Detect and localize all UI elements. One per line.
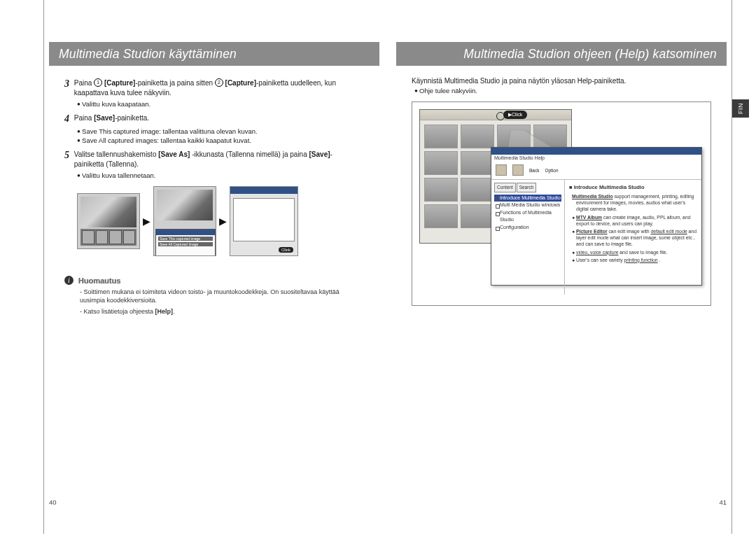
screenshot-help-window: Multimedia Studio Help Back Option Conte… <box>491 147 702 286</box>
step-3: 3 Paina 1 [Capture]-painiketta ja paina … <box>64 78 364 97</box>
spine-left <box>43 0 44 534</box>
step-num-3: 3 <box>64 78 69 90</box>
tab-search: Search <box>517 183 537 192</box>
help-text: ■ Introduce Multimedia Studio Multimedia… <box>565 180 701 295</box>
help-back: Back <box>529 168 539 173</box>
tab-content: Content <box>494 183 516 192</box>
figure-row: ▶ Save This captured image Save All Capt… <box>77 186 364 256</box>
note-title: Huomautus <box>78 276 121 285</box>
t: [Capture] <box>104 79 135 87</box>
t: default edit mode <box>651 229 687 234</box>
step4-b1: Save This captured image: tallentaa vali… <box>77 127 364 135</box>
arrow-icon: ▶ <box>143 216 150 227</box>
step4-b2: Save All captured images: tallentaa kaik… <box>77 136 364 144</box>
right-header: Multimedia Studion ohjeen (Help) katsomi… <box>396 42 727 66</box>
right-page: Multimedia Studion ohjeen (Help) katsomi… <box>396 42 727 492</box>
t: -painiketta ja paina sitten <box>135 79 214 87</box>
t: [Help] <box>155 308 174 315</box>
step5-body: Valitse tallennushakemisto [Save As] -ik… <box>74 150 340 169</box>
left-page: Multimedia Studion käyttäminen 3 Paina 1… <box>49 42 379 492</box>
t: -ikkunasta (Tallenna nimellä) ja paina <box>190 150 309 158</box>
t: - Katso lisätietoja ohjeesta <box>80 308 155 315</box>
step3-body: Paina 1 [Capture]-painiketta ja paina si… <box>74 78 340 97</box>
circled-2-icon: 2 <box>215 78 223 87</box>
click-badge-icon: Click <box>279 247 293 253</box>
t: User's can see variety <box>576 258 624 262</box>
t: Picture Editor <box>576 229 608 234</box>
popup-line2: Save All Captured Image <box>158 242 213 246</box>
right-intro: Käynnistä Multimedia Studio ja paina näy… <box>412 77 711 85</box>
page-number-right: 41 <box>719 498 727 506</box>
page-number-left: 40 <box>49 498 57 506</box>
header-tick <box>393 46 396 62</box>
right-title: Multimedia Studion ohjeen (Help) katsomi… <box>463 47 717 62</box>
note-line1: - Soittimen mukana ei toimiteta videon t… <box>80 288 364 304</box>
left-content: 3 Paina 1 [Capture]-painiketta ja paina … <box>49 66 379 316</box>
t: -painiketta. <box>115 114 149 122</box>
help-toolbar: Back Option <box>491 161 701 180</box>
help-window-title: Multimedia Studio Help <box>491 155 701 161</box>
t: [Save As] <box>158 150 190 158</box>
t: . <box>173 308 175 315</box>
t: and save to image file. <box>618 250 667 255</box>
t: [Save] <box>309 150 330 158</box>
step-5: 5 Valitse tallennushakemisto [Save As] -… <box>64 150 364 169</box>
t: can edit image with <box>608 229 651 234</box>
step-num-5: 5 <box>64 150 69 161</box>
note-line2: - Katso lisätietoja ohjeesta [Help]. <box>80 307 364 316</box>
note-block: i Huomautus - Soittimen mukana ei toimit… <box>64 276 364 316</box>
spine-right <box>732 0 732 534</box>
click-badge-icon: ▶Click <box>503 111 527 119</box>
figure-thumb-1 <box>77 193 140 249</box>
header-tick <box>379 46 382 62</box>
t: printing function <box>624 258 658 262</box>
tree-node-2: Multi Media Studio windows <box>494 202 561 209</box>
tree-node-1: Introduce Multimedia Studio <box>494 195 561 202</box>
figure-thumb-2: Save This captured image Save All Captur… <box>153 186 216 256</box>
step-4: 4 Paina [Save]-painiketta. <box>64 113 364 125</box>
right-content: Käynnistä Multimedia Studio ja paina näy… <box>396 66 727 306</box>
screenshot-frame: ▶Click Multimedia Studio Help Back Optio… <box>412 101 711 306</box>
t: Paina <box>74 114 94 122</box>
t: video, voice capture <box>576 250 618 255</box>
t: MTV Album <box>576 215 602 220</box>
t: Paina <box>74 79 94 87</box>
right-bullet: Ohje tulee näkyviin. <box>414 87 711 94</box>
t: Multimedia Studio <box>572 194 613 199</box>
help-tree: Content Search Introduce Multimedia Stud… <box>491 180 565 295</box>
fin-tab: FIN <box>732 99 749 118</box>
tree-node-3: Functions of Multimedia Studio <box>494 209 561 224</box>
toolbar-btn <box>496 164 507 176</box>
fin-label: FIN <box>737 103 744 114</box>
t: Valitse tallennushakemisto <box>74 150 158 158</box>
note-icon: i <box>64 276 74 285</box>
t: [Save] <box>94 114 115 122</box>
figure-thumb-3: Click <box>230 186 298 256</box>
left-header: Multimedia Studion käyttäminen <box>49 42 379 66</box>
help-titlebar <box>491 148 701 155</box>
step4-body: Paina [Save]-painiketta. <box>74 113 340 123</box>
circled-1-icon: 1 <box>94 78 102 87</box>
step5-bullet: Valittu kuva tallennetaan. <box>77 171 364 179</box>
step3-bullet: Valittu kuva kaapataan. <box>77 100 364 108</box>
save-popup: Save This captured image Save All Captur… <box>155 229 216 256</box>
left-title: Multimedia Studion käyttäminen <box>59 47 237 62</box>
t: Click <box>512 112 522 117</box>
arrow-icon: ▶ <box>219 216 227 227</box>
tree-node-4: Configuration <box>494 224 561 232</box>
t: [Capture] <box>225 79 256 87</box>
toolbar-btn <box>512 164 524 176</box>
help-body: Content Search Introduce Multimedia Stud… <box>491 180 701 295</box>
popup-line1: Save This captured image <box>158 237 213 241</box>
step-num-4: 4 <box>64 113 69 125</box>
t: Introduce Multimedia Studio <box>574 184 645 190</box>
help-option: Option <box>545 168 558 173</box>
